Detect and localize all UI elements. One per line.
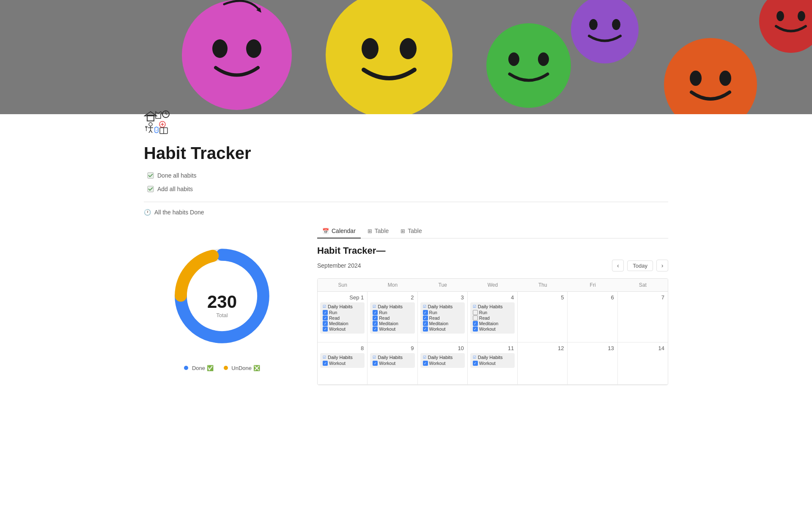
cal-date-12: 12 bbox=[520, 345, 565, 351]
svg-point-19 bbox=[776, 11, 784, 21]
checkbox-icon-1 bbox=[147, 172, 154, 179]
habit-card-day4[interactable]: ☑ Daily Habits Run Read bbox=[470, 302, 515, 334]
donut-chart-container: 230 Total Done ✅ UnDone ❎ bbox=[144, 241, 300, 371]
donut-number: 230 bbox=[207, 292, 237, 312]
today-button[interactable]: Today bbox=[627, 260, 653, 271]
cal-day-sep1[interactable]: Sep 1 ☑ Daily Habits Run bbox=[318, 292, 368, 343]
checkbox-workout-sep1 bbox=[323, 326, 328, 332]
day-header-tue: Tue bbox=[418, 279, 468, 291]
cal-date-9: 9 bbox=[370, 345, 414, 351]
habit-card-title-day8: ☑ Daily Habits bbox=[323, 355, 362, 360]
habit-run-sep1: Run bbox=[323, 310, 362, 315]
habit-read-day3: Read bbox=[423, 315, 462, 321]
svg-point-2 bbox=[182, 0, 292, 110]
cal-day-4[interactable]: 4 ☑ Daily Habits Run bbox=[468, 292, 518, 343]
cal-day-10[interactable]: 10 ☑ Daily Habits Workout bbox=[418, 343, 468, 385]
cal-day-14[interactable]: 14 bbox=[618, 343, 668, 385]
left-panel: 230 Total Done ✅ UnDone ❎ bbox=[144, 224, 300, 385]
calendar-nav: September 2024 ‹ Today › bbox=[317, 260, 668, 271]
svg-point-16 bbox=[690, 71, 702, 86]
habit-run-day4: Run bbox=[473, 310, 512, 315]
svg-point-14 bbox=[612, 19, 620, 30]
checkbox-med-day4 bbox=[473, 321, 478, 326]
habit-card-title-sep1: ☑ Daily Habits bbox=[323, 304, 362, 309]
cal-date-2: 2 bbox=[370, 294, 414, 301]
cal-date-4: 4 bbox=[470, 294, 515, 301]
right-panel: 📅 Calendar ⊞ Table ⊞ Table Habit Tracker… bbox=[317, 224, 668, 385]
svg-point-8 bbox=[400, 38, 417, 59]
calendar-title: Habit Tracker— bbox=[317, 245, 668, 256]
cal-day-9[interactable]: 9 ☑ Daily Habits Workout bbox=[368, 343, 417, 385]
habit-workout-day2: Workout bbox=[373, 326, 412, 332]
cal-day-3[interactable]: 3 ☑ Daily Habits Run bbox=[418, 292, 468, 343]
today-badge: 2 bbox=[411, 294, 414, 301]
checkbox-med-day2 bbox=[373, 321, 378, 326]
habit-run-day2: Run bbox=[373, 310, 412, 315]
cal-date-3: 3 bbox=[420, 294, 465, 301]
habit-read-sep1: Read bbox=[323, 315, 362, 321]
tab-calendar[interactable]: 📅 Calendar bbox=[317, 224, 361, 238]
cal-day-12[interactable]: 12 bbox=[518, 343, 568, 385]
day-header-wed: Wed bbox=[468, 279, 518, 291]
cal-date-sep1: Sep 1 bbox=[320, 294, 365, 301]
cal-day-11[interactable]: 11 ☑ Daily Habits Workout bbox=[468, 343, 518, 385]
tab-table-2[interactable]: ⊞ Table bbox=[395, 224, 427, 238]
day-header-sun: Sun bbox=[318, 279, 368, 291]
cal-day-8[interactable]: 8 ☑ Daily Habits Workout bbox=[318, 343, 368, 385]
habit-card-sep1[interactable]: ☑ Daily Habits Run Read bbox=[320, 302, 365, 334]
done-all-habits-checkbox[interactable]: Done all habits bbox=[144, 170, 668, 181]
checkbox-med-day3 bbox=[423, 321, 428, 326]
checkbox-workout-day4 bbox=[473, 326, 478, 332]
tab-table-1[interactable]: ⊞ Table bbox=[362, 224, 394, 238]
cal-day-7[interactable]: 7 bbox=[618, 292, 668, 343]
nav-controls: ‹ Today › bbox=[612, 260, 668, 271]
donut-legend: Done ✅ UnDone ❎ bbox=[184, 365, 260, 371]
habit-card-day9[interactable]: ☑ Daily Habits Workout bbox=[370, 353, 414, 368]
svg-point-17 bbox=[719, 71, 731, 86]
donut-label: Total bbox=[207, 312, 237, 318]
prev-month-button[interactable]: ‹ bbox=[612, 260, 624, 271]
cal-date-8: 8 bbox=[320, 345, 365, 351]
checkbox-workout-day8 bbox=[323, 361, 328, 366]
cal-day-13[interactable]: 13 bbox=[568, 343, 617, 385]
next-month-button[interactable]: › bbox=[656, 260, 668, 271]
cal-date-5: 5 bbox=[520, 294, 565, 301]
habit-workout-day8: Workout bbox=[323, 361, 362, 366]
cal-day-6[interactable]: 6 bbox=[568, 292, 617, 343]
add-all-habits-checkbox[interactable]: Add all habits bbox=[144, 183, 668, 195]
svg-point-9 bbox=[486, 23, 571, 108]
habit-card-day11[interactable]: ☑ Daily Habits Workout bbox=[470, 353, 515, 368]
svg-point-11 bbox=[538, 52, 549, 66]
habit-card-day3[interactable]: ☑ Daily Habits Run Read bbox=[420, 302, 465, 334]
cal-day-2[interactable]: 2 ☑ Daily Habits Run bbox=[368, 292, 417, 343]
checkbox-workout-day11 bbox=[473, 361, 478, 366]
cal-day-5[interactable]: 5 bbox=[518, 292, 568, 343]
habit-card-day8[interactable]: ☑ Daily Habits Workout bbox=[320, 353, 365, 368]
tab-table-2-label: Table bbox=[408, 227, 422, 234]
calendar-header: Sun Mon Tue Wed Thu Fri Sat bbox=[318, 279, 668, 292]
done-all-habits-label: Done all habits bbox=[157, 172, 197, 179]
habit-med-day2: Meditaion bbox=[373, 321, 412, 326]
habit-workout-day9: Workout bbox=[373, 361, 412, 366]
svg-point-4 bbox=[246, 39, 261, 58]
add-all-habits-label: Add all habits bbox=[157, 186, 193, 192]
checkbox-read-day4 bbox=[473, 315, 478, 321]
svg-line-29 bbox=[149, 130, 151, 133]
checkbox-icon-2 bbox=[147, 186, 154, 192]
habit-card-title-day4: ☑ Daily Habits bbox=[473, 304, 512, 309]
day-header-thu: Thu bbox=[518, 279, 568, 291]
day-header-sat: Sat bbox=[618, 279, 668, 291]
checkbox-workout-day10 bbox=[423, 361, 428, 366]
svg-point-13 bbox=[589, 19, 598, 30]
checkbox-workout-day9 bbox=[373, 361, 378, 366]
habit-card-day2[interactable]: ☑ Daily Habits Run Read bbox=[370, 302, 414, 334]
svg-point-10 bbox=[508, 52, 519, 66]
habit-workout-day4: Workout bbox=[473, 326, 512, 332]
svg-line-30 bbox=[151, 130, 152, 133]
page-icon: ✓ bbox=[144, 106, 178, 140]
donut-center: 230 Total bbox=[207, 292, 237, 318]
table-icon: ⊞ bbox=[368, 228, 372, 234]
checkbox-workout-day2 bbox=[373, 326, 378, 332]
habit-card-day10[interactable]: ☑ Daily Habits Workout bbox=[420, 353, 465, 368]
cover-image bbox=[0, 0, 812, 114]
